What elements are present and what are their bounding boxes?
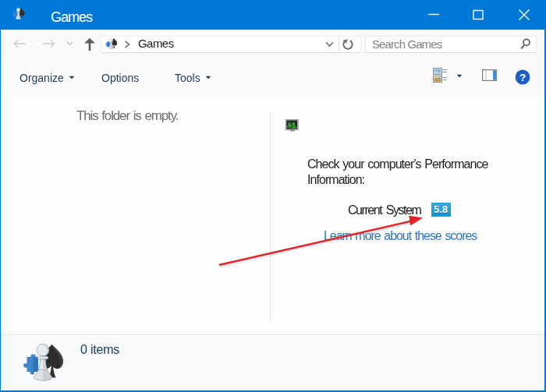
svg-text:?: ? xyxy=(519,72,526,83)
